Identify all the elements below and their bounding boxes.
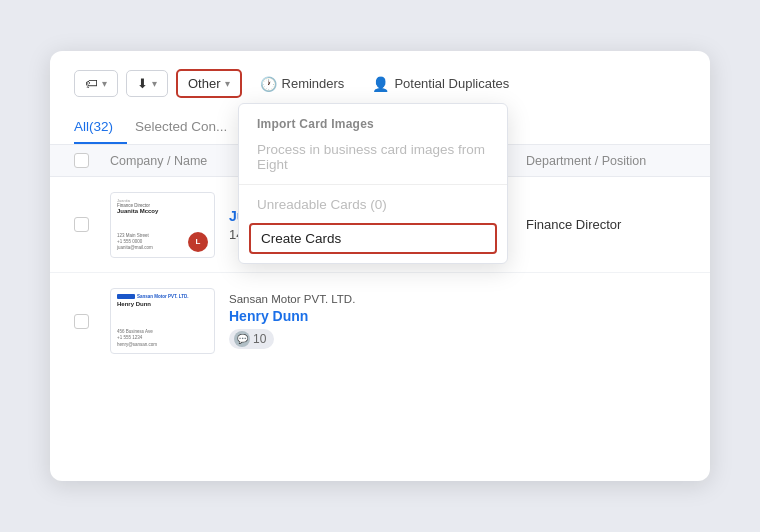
tag-chevron-icon: ▾ [102, 78, 107, 89]
tag-icon: 🏷 [85, 76, 98, 91]
download-button[interactable]: ⬇ ▾ [126, 70, 168, 97]
row1-check-col [74, 217, 110, 232]
tab-all[interactable]: All(32) [74, 110, 127, 144]
tab-selected[interactable]: Selected Con... [135, 110, 241, 144]
dropdown-process-item[interactable]: Process in business card images from Eig… [239, 134, 507, 180]
row1-biz-card: Juanita Finance Director Juanita Mccoy 1… [110, 192, 215, 258]
dropdown-create-cards-item[interactable]: Create Cards [249, 223, 497, 254]
row1-checkbox[interactable] [74, 217, 89, 232]
lions-logo: L [188, 232, 208, 252]
reminders-label: Reminders [282, 76, 345, 91]
toolbar: 🏷 ▾ ⬇ ▾ Other ▾ 🕐 Reminders 👤 Potential … [50, 51, 710, 110]
duplicates-label: Potential Duplicates [394, 76, 509, 91]
main-card: 🏷 ▾ ⬇ ▾ Other ▾ 🕐 Reminders 👤 Potential … [50, 51, 710, 481]
header-department: Department / Position [526, 154, 686, 168]
row2-check-col [74, 314, 110, 329]
download-icon: ⬇ [137, 76, 148, 91]
row2-company: Sansan Motor PVT. LTD. [229, 293, 355, 305]
other-button[interactable]: Other ▾ [176, 69, 242, 98]
reminders-button[interactable]: 🕐 Reminders [250, 71, 355, 97]
row2-checkbox[interactable] [74, 314, 89, 329]
dropdown-divider [239, 184, 507, 185]
tag-button[interactable]: 🏷 ▾ [74, 70, 118, 97]
duplicates-button[interactable]: 👤 Potential Duplicates [362, 71, 519, 97]
badge-icon: 💬 [234, 331, 250, 347]
row2-badge: 💬 10 [229, 329, 274, 349]
duplicates-icon: 👤 [372, 76, 389, 92]
header-check-col [74, 153, 110, 168]
download-chevron-icon: ▾ [152, 78, 157, 89]
reminders-icon: 🕐 [260, 76, 277, 92]
other-dropdown-menu: Import Card Images Process in business c… [238, 103, 508, 264]
row1-dept: Finance Director [526, 217, 686, 232]
other-chevron-icon: ▾ [225, 78, 230, 89]
table-row: Sansan Motor PVT. LTD. Henry Dunn 456 Bu… [50, 273, 710, 369]
row2-contact-col: Sansan Motor PVT. LTD. Henry Dunn 456 Bu… [110, 288, 446, 354]
row2-info: Sansan Motor PVT. LTD. Henry Dunn 💬 10 [215, 293, 355, 349]
dropdown-import-label: Import Card Images [239, 110, 507, 134]
other-label: Other [188, 76, 221, 91]
header-checkbox[interactable] [74, 153, 89, 168]
dropdown-unreadable-item[interactable]: Unreadable Cards (0) [239, 189, 507, 220]
row2-biz-card: Sansan Motor PVT. LTD. Henry Dunn 456 Bu… [110, 288, 215, 354]
row2-name[interactable]: Henry Dunn [229, 308, 355, 324]
